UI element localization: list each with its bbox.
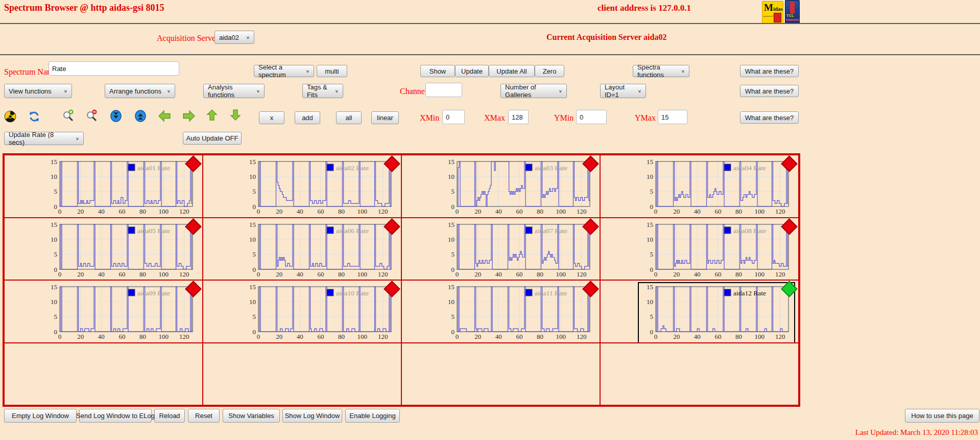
spectrum-chart-aida04[interactable]: 051015020406080100120aida04 Rate [639, 158, 794, 217]
rate-step-line [258, 224, 391, 269]
spectrum-chart-aida07[interactable]: 051015020406080100120aida07 Rate [441, 221, 595, 280]
legend-label: aida06 Rate [336, 226, 369, 234]
chart-canvas-aida06: 051015020406080100120aida06 Rate [242, 221, 396, 280]
gallery-cell-11[interactable]: 051015020406080100120aida11 Rate [401, 280, 601, 343]
arrange-functions-dropdown[interactable]: Arrange functions∨ [105, 84, 175, 98]
x-axis-tick-label: 80 [735, 333, 742, 340]
acquisition-server-select[interactable]: aida02∨ [214, 31, 254, 44]
y-axis-tick-label: 5 [451, 250, 455, 258]
spectrum-chart-aida02[interactable]: 051015020406080100120aida02 Rate [242, 158, 396, 217]
chevron-down-icon: ∨ [167, 89, 171, 94]
ymin-input[interactable] [576, 110, 607, 124]
refresh-icon[interactable] [28, 110, 40, 123]
pan-up-icon[interactable] [206, 109, 218, 121]
tcl-powered-logo[interactable]: TCL POWERED [785, 0, 800, 24]
send-log-to-elog-button[interactable]: Send Log Window to ELog [79, 409, 152, 423]
update-all-button[interactable]: Update All [489, 65, 535, 77]
x-axis-tick-label: 20 [474, 333, 481, 340]
pan-down-icon[interactable] [229, 109, 242, 121]
legend-label: aida08 Rate [733, 226, 766, 234]
spectrum-chart-aida06[interactable]: 051015020406080100120aida06 Rate [242, 221, 396, 280]
acquisition-server-value: aida02 [219, 34, 239, 41]
rate-step-line [60, 161, 193, 206]
x-axis-button[interactable]: x [259, 111, 284, 124]
x-axis-tick-label: 60 [714, 270, 721, 278]
reset-button[interactable]: Reset [188, 409, 220, 423]
tags-fits-dropdown[interactable]: Tags & Fits∨ [302, 84, 343, 98]
gallery-cell-3[interactable]: 051015020406080100120aida03 Rate [401, 154, 601, 218]
x-axis-tick-label: 60 [317, 270, 324, 278]
x-axis-tick-label: 40 [297, 333, 303, 340]
empty-log-window-button[interactable]: Empty Log Window [4, 409, 77, 423]
x-axis-tick-label: 100 [357, 333, 367, 340]
y-axis-tick-label: 10 [647, 235, 653, 243]
all-button[interactable]: all [336, 111, 362, 124]
auto-update-button[interactable]: Auto Update OFF [183, 132, 242, 145]
spectrum-chart-aida05[interactable]: 051015020406080100120aida05 Rate [43, 221, 198, 280]
enable-logging-button[interactable]: Enable Logging [345, 409, 400, 423]
spectrum-chart-aida09[interactable]: 051015020406080100120aida09 Rate [43, 284, 198, 342]
reload-button[interactable]: Reload [154, 409, 185, 423]
xmax-label: XMax [484, 113, 505, 123]
select-spectrum-dropdown[interactable]: Select a spectrum∨ [254, 65, 314, 77]
update-rate-dropdown[interactable]: Update Rate (8 secs)∨ [4, 132, 84, 145]
spectrum-chart-aida03[interactable]: 051015020406080100120aida03 Rate [441, 158, 595, 217]
gallery-cell-8[interactable]: 051015020406080100120aida08 Rate [600, 217, 799, 281]
show-log-window-button[interactable]: Show Log Window [282, 409, 342, 423]
xmax-input[interactable] [508, 110, 529, 124]
spectra-functions-dropdown[interactable]: Spectra functions∨ [633, 65, 689, 77]
zoom-out-icon[interactable] [86, 109, 98, 122]
gallery-cell-12[interactable]: 051015020406080100120aida12 Rate [600, 280, 799, 343]
show-variables-button[interactable]: Show Variables [223, 409, 280, 423]
spectrum-chart-aida11[interactable]: 051015020406080100120aida11 Rate [441, 284, 595, 342]
spectrum-chart-aida12[interactable]: 051015020406080100120aida12 Rate [639, 284, 794, 342]
radiation-icon[interactable] [4, 110, 16, 123]
arrow-down-circle-icon[interactable] [110, 110, 122, 122]
multi-button[interactable]: multi [317, 65, 347, 77]
channel-input[interactable] [425, 83, 462, 97]
gallery-cell-1[interactable]: 051015020406080100120aida01 Rate [4, 154, 203, 218]
current-server-label: Current Acquisition Server aida02 [546, 33, 666, 42]
ymax-input[interactable] [658, 110, 687, 124]
gallery-cell-2[interactable]: 051015020406080100120aida02 Rate [202, 154, 402, 218]
tcl-logo-text: TCL [786, 14, 794, 17]
update-button[interactable]: Update [455, 65, 489, 77]
what-are-these-button-3[interactable]: What are these? [740, 111, 799, 124]
what-are-these-button-2[interactable]: What are these? [740, 85, 799, 97]
x-axis-tick-label: 0 [456, 333, 459, 340]
chart-canvas-aida02: 051015020406080100120aida02 Rate [242, 158, 396, 217]
legend-swatch [327, 227, 333, 234]
analysis-functions-dropdown[interactable]: Analysis functions∨ [203, 84, 265, 98]
add-button[interactable]: add [295, 111, 320, 124]
arrow-up-circle-icon[interactable] [134, 110, 147, 122]
y-axis-tick-label: 10 [647, 298, 653, 306]
zero-button[interactable]: Zero [535, 65, 564, 77]
x-axis-tick-label: 60 [317, 333, 324, 340]
spectrum-chart-aida10[interactable]: 051015020406080100120aida10 Rate [242, 284, 396, 342]
x-axis-tick-label: 80 [735, 270, 742, 278]
spectrum-name-input[interactable] [49, 61, 179, 76]
linear-button[interactable]: linear [371, 111, 399, 124]
midas-logo[interactable]: Midas powered by [762, 1, 783, 24]
gallery-cell-4[interactable]: 051015020406080100120aida04 Rate [600, 154, 799, 218]
layout-id-dropdown[interactable]: Layout ID=1∨ [600, 84, 646, 98]
spectrum-chart-aida08[interactable]: 051015020406080100120aida08 Rate [639, 221, 794, 280]
number-of-galleries-dropdown[interactable]: Number of Galleries∨ [500, 84, 567, 98]
gallery-cell-6[interactable]: 051015020406080100120aida06 Rate [202, 217, 402, 281]
chevron-down-icon: ∨ [681, 69, 685, 74]
x-axis-tick-label: 40 [98, 333, 105, 340]
gallery-cell-9[interactable]: 051015020406080100120aida09 Rate [4, 280, 203, 343]
gallery-cell-7[interactable]: 051015020406080100120aida07 Rate [401, 217, 601, 281]
pan-right-icon[interactable] [182, 110, 196, 122]
gallery-cell-10[interactable]: 051015020406080100120aida10 Rate [202, 280, 402, 343]
view-functions-dropdown[interactable]: View functions∨ [4, 84, 72, 98]
how-to-use-button[interactable]: How to use this page [905, 409, 979, 423]
pan-left-icon[interactable] [157, 110, 172, 122]
gallery-cell-5[interactable]: 051015020406080100120aida05 Rate [4, 217, 203, 281]
zoom-in-icon[interactable] [62, 109, 75, 122]
xmin-input[interactable] [442, 110, 465, 124]
show-button[interactable]: Show [420, 65, 455, 77]
spectrum-chart-aida01[interactable]: 051015020406080100120aida01 Rate [43, 158, 198, 217]
what-are-these-button-1[interactable]: What are these? [740, 65, 799, 77]
y-axis-tick-label: 15 [647, 158, 653, 166]
